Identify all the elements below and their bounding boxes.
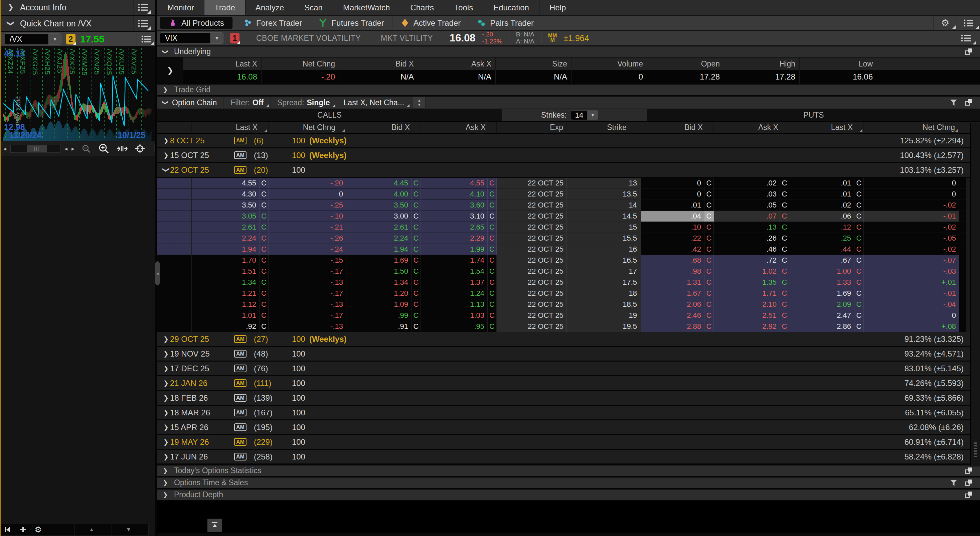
- trade-grid-section-header[interactable]: ❯ Trade Grid: [158, 83, 980, 96]
- call-last-cell[interactable]: 1.70: [192, 255, 259, 266]
- put-netchng-cell[interactable]: +.08: [864, 321, 959, 332]
- put-last-cell[interactable]: 1.00: [789, 266, 854, 277]
- put-ask-cell[interactable]: 1.35: [714, 277, 780, 288]
- exp-header[interactable]: Exp: [497, 122, 567, 133]
- crosshair-icon[interactable]: [135, 144, 145, 154]
- section-header-1[interactable]: ❯Today's Options Statistics: [158, 464, 980, 477]
- zoom-in-icon[interactable]: [98, 143, 110, 155]
- go-first-icon[interactable]: [2, 524, 17, 535]
- chart-level-badge[interactable]: 2: [66, 34, 75, 45]
- exp-cell[interactable]: 22 OCT 25: [497, 266, 567, 277]
- put-last-cell[interactable]: .44: [789, 244, 854, 255]
- exp-cell[interactable]: 22 OCT 25: [497, 233, 567, 244]
- exp-cell[interactable]: 22 OCT 25: [497, 321, 567, 332]
- call-netchng-cell[interactable]: -.10: [269, 211, 346, 222]
- call-netchng-cell[interactable]: -.21: [269, 222, 346, 233]
- call-bid-header[interactable]: Bid X: [346, 122, 421, 133]
- menu-tab-marketwatch[interactable]: MarketWatch: [333, 0, 400, 15]
- call-netchng-cell[interactable]: -.17: [269, 310, 346, 321]
- call-bid-cell[interactable]: 3.50: [346, 200, 412, 211]
- columns-layout-dropdown[interactable]: Last X, Net Cha...: [337, 97, 411, 108]
- add-icon[interactable]: [17, 524, 33, 535]
- strike-header[interactable]: Strike: [567, 122, 641, 133]
- menu-tab-scan[interactable]: Scan: [294, 0, 333, 15]
- option-chain-collapse[interactable]: ❯ Option Chain: [161, 97, 223, 108]
- put-last-cell[interactable]: .02: [789, 200, 854, 211]
- panel-split-handle[interactable]: ◂: [155, 261, 160, 286]
- call-last-cell[interactable]: 4.30: [192, 189, 259, 200]
- put-netchng-cell[interactable]: -.07: [864, 255, 959, 266]
- call-bid-cell[interactable]: 1.34: [346, 277, 412, 288]
- exp-cell[interactable]: 22 OCT 25: [497, 178, 567, 189]
- strike-cell[interactable]: 16: [567, 244, 641, 255]
- put-netchng-cell[interactable]: -.05: [864, 233, 959, 244]
- funnel-icon[interactable]: [946, 97, 961, 108]
- call-bid-cell[interactable]: 4.45: [346, 178, 412, 189]
- expiration-row[interactable]: ❯21 JAN 26AM(111)10074.26% (±5.593): [158, 376, 980, 391]
- put-netchng-cell[interactable]: -.01: [864, 211, 959, 222]
- call-ask-cell[interactable]: 3.60: [421, 200, 488, 211]
- put-last-cell[interactable]: 1.69: [789, 288, 854, 299]
- put-netchng-cell[interactable]: +.01: [864, 277, 959, 288]
- expiration-row[interactable]: ❯22 OCT 25AM(20)100103.13% (±3.257): [158, 163, 980, 178]
- put-bid-cell[interactable]: .22: [641, 233, 705, 244]
- call-last-cell[interactable]: 3.05: [192, 211, 259, 222]
- put-bid-header[interactable]: Bid X: [641, 122, 714, 133]
- put-ask-cell[interactable]: 2.10: [714, 299, 780, 310]
- put-ask-cell[interactable]: .26: [714, 233, 780, 244]
- put-ask-cell[interactable]: .03: [714, 189, 780, 200]
- expiration-row[interactable]: ❯19 NOV 25AM(48)10093.24% (±4.571): [158, 347, 980, 362]
- put-last-header[interactable]: Last X: [789, 122, 864, 133]
- scroll-top-button[interactable]: [207, 518, 222, 532]
- call-ask-cell[interactable]: 3.10: [421, 211, 488, 222]
- call-netchng-cell[interactable]: -.15: [269, 255, 346, 266]
- call-last-cell[interactable]: 1.51: [192, 266, 259, 277]
- list-icon[interactable]: [954, 31, 977, 45]
- call-netchng-cell[interactable]: -.13: [269, 299, 346, 310]
- detach-icon[interactable]: [961, 477, 977, 488]
- menu-tab-charts[interactable]: Charts: [400, 0, 444, 15]
- call-ask-cell[interactable]: 1.54: [421, 266, 488, 277]
- call-last-header[interactable]: Last X: [192, 122, 269, 133]
- expiration-row[interactable]: ❯15 APR 26AM(195)10062.08% (±6.26): [158, 420, 980, 435]
- put-ask-cell[interactable]: .72: [714, 255, 780, 266]
- underlying-expander[interactable]: ❯: [158, 57, 183, 83]
- call-netchng-cell[interactable]: -.13: [269, 321, 346, 332]
- call-netchng-cell[interactable]: -.24: [269, 244, 346, 255]
- put-last-cell[interactable]: .12: [789, 222, 854, 233]
- exp-cell[interactable]: 22 OCT 25: [497, 189, 567, 200]
- call-netchng-cell[interactable]: -.26: [269, 233, 346, 244]
- detach-icon[interactable]: [961, 466, 977, 476]
- strike-cell[interactable]: 15: [567, 222, 641, 233]
- chart-symbol-dropdown[interactable]: /VX ▼: [5, 34, 62, 45]
- put-netchng-cell[interactable]: 0: [864, 178, 959, 189]
- put-last-cell[interactable]: .06: [789, 211, 854, 222]
- exp-cell[interactable]: 22 OCT 25: [497, 244, 567, 255]
- call-ask-cell[interactable]: 1.03: [421, 310, 488, 321]
- call-bid-cell[interactable]: .99: [346, 310, 412, 321]
- spread-dropdown[interactable]: Spread: Single: [270, 97, 337, 108]
- call-netchng-cell[interactable]: 0: [269, 189, 346, 200]
- product-tab-forex[interactable]: Forex Trader: [235, 15, 310, 30]
- strike-cell[interactable]: 14: [567, 200, 641, 211]
- strike-cell[interactable]: 19: [567, 310, 641, 321]
- strike-cell[interactable]: 17: [567, 266, 641, 277]
- call-last-cell[interactable]: 2.61: [192, 222, 259, 233]
- vertical-scrollbar[interactable]: [970, 123, 980, 466]
- call-bid-cell[interactable]: 1.20: [346, 288, 412, 299]
- call-ask-header[interactable]: Ask X: [421, 122, 497, 133]
- product-tab-pairs[interactable]: Pairs Trader: [469, 15, 542, 30]
- put-bid-cell[interactable]: .42: [641, 244, 705, 255]
- put-last-cell[interactable]: .25: [789, 233, 854, 244]
- call-ask-cell[interactable]: 1.13: [421, 299, 488, 310]
- menu-tab-education[interactable]: Education: [483, 0, 539, 15]
- put-bid-cell[interactable]: 2.88: [641, 321, 705, 332]
- exp-cell[interactable]: 22 OCT 25: [497, 200, 567, 211]
- call-ask-cell[interactable]: 1.99: [421, 244, 488, 255]
- strike-cell[interactable]: 19.5: [567, 321, 641, 332]
- detach-icon[interactable]: [961, 490, 977, 500]
- put-ask-cell[interactable]: 2.92: [714, 321, 780, 332]
- header-indent[interactable]: [158, 122, 173, 133]
- detach-icon[interactable]: [961, 97, 977, 108]
- call-last-cell[interactable]: 4.55: [192, 178, 259, 189]
